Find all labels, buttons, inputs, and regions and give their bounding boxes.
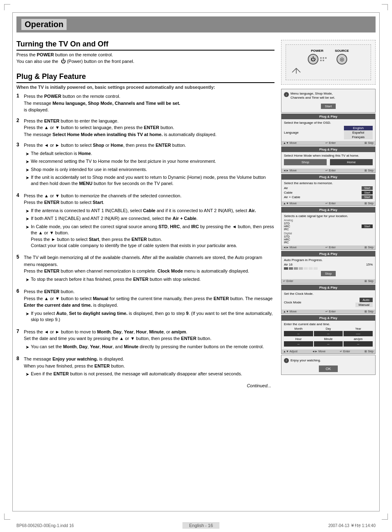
border-left — [12, 12, 13, 511]
plug-play-header-2: Plug & Play — [281, 147, 375, 152]
sub-step-6-1: ➤ If you select Auto, Set to daylight sa… — [24, 310, 274, 323]
shop-btn[interactable]: Shop — [284, 159, 327, 165]
cable-start-btn-2[interactable]: Start — [362, 224, 373, 228]
minute-value[interactable]: -- — [314, 341, 343, 347]
plug-play-title: Plug & Play Feature — [16, 72, 274, 83]
border-bottom — [12, 511, 380, 511]
cable-start-btn[interactable]: Start — [362, 191, 373, 194]
turning-on-section: Turning the TV On and Off Press the POWE… — [16, 40, 274, 64]
screen-nav-2: ◄► Move ↵ Enter ⊠ Skip — [281, 169, 375, 173]
stop-btn[interactable]: Stop — [321, 271, 336, 276]
step-4: 4 Press the ▲ or ▼ button to memorize th… — [16, 192, 274, 250]
screen-info1: i Menu language, Shop Mode,Channels and … — [281, 89, 376, 113]
minute-label: Minute — [314, 338, 343, 340]
info-text-1: Menu language, Shop Mode,Channels and Ti… — [291, 92, 335, 100]
language-prompt: Select the language of the OSD. — [284, 121, 373, 125]
left-column: Turning the TV On and Off Press the POWE… — [16, 40, 274, 391]
month-label: Month — [284, 327, 313, 330]
sub-step-4-3: ➤ In Cable mode, you can select the corr… — [24, 224, 274, 249]
ok-btn[interactable]: OK — [319, 365, 337, 372]
arrow-indicator — [290, 66, 302, 74]
plug-play-header-3: Plug & Play — [281, 174, 375, 180]
screen-clock-mode: Plug & Play Set the Clock Mode. Clock Mo… — [281, 285, 376, 314]
plug-play-subtitle: When the TV is initially powered on, bas… — [16, 85, 274, 90]
plug-play-header-5: Plug & Play — [281, 251, 375, 257]
progress-dots-container — [284, 267, 373, 270]
source-label: SOURCE — [335, 49, 349, 53]
footer-left: BP68-00626D-00Eng-1.indd 16 — [16, 523, 74, 528]
shop-home-prompt: Select Home Mode when installing this TV… — [284, 154, 373, 157]
corner-mark-bl — [4, 513, 10, 520]
sub-step-7-1: ➤ You can set the Month, Day, Year, Hour… — [24, 344, 264, 351]
home-btn[interactable]: Home — [330, 159, 373, 165]
start-btn-1: Start — [321, 104, 336, 109]
plug-play-header-6: Plug & Play — [281, 285, 375, 290]
datetime-grid-bottom: Hour Minute am/pm -- -- -- — [284, 338, 373, 347]
lang-option-espanol[interactable]: Español — [344, 130, 373, 135]
lang-option-english[interactable]: English — [344, 126, 373, 130]
step-5: 5 The TV will begin memorizing all of th… — [16, 254, 274, 284]
screen-nav-4: ◄► Move ↵ Enter ⊠ Skip — [281, 245, 375, 250]
source-button-icon: ◎ — [337, 54, 347, 65]
datetime-grid-top: Month Day Year -- -- ---- — [284, 327, 373, 336]
sub-step-4-2: ➤ If both ANT 1 IN(CABLE) and ANT 2 IN(A… — [24, 215, 274, 222]
plug-play-header-7: Plug & Play — [281, 315, 375, 321]
language-options: English Español Français — [344, 126, 373, 139]
power-label: POWER — [308, 49, 327, 53]
antenna-prompt: Select the antennas to memorize. — [284, 181, 373, 185]
shop-home-buttons: Shop Home — [284, 159, 373, 165]
sub-step-3-2: ➤ We recommend setting the TV to Home mo… — [24, 158, 274, 165]
analog-label: Analog — [284, 219, 373, 222]
step-1: 1 Press the POWER button on the remote c… — [16, 93, 274, 113]
year-value[interactable]: ---- — [344, 331, 373, 336]
steps-list: 1 Press the POWER button on the remote c… — [16, 93, 274, 379]
step-3: 3 Press the ◄ or ► button to select Shop… — [16, 142, 274, 188]
sub-step-3-3: ➤ Shop mode is only intended for use in … — [24, 167, 274, 173]
step-8: 8 The message Enjoy your watching. is di… — [16, 356, 274, 379]
clock-mode-label: Clock Mode — [284, 301, 301, 304]
cable-prompt: Selects a cable signal type for your loc… — [284, 214, 373, 218]
screen-nav-7: ▲▼ Adjust ◄► Move ↵ Enter ⊠ Skip — [281, 349, 375, 354]
screen-datetime: Plug & Play Enter the current date and t… — [281, 315, 376, 354]
sub-step-8-1: ➤ Even if the ENTER button is not presse… — [24, 371, 242, 378]
enjoy-icon: i — [284, 358, 289, 363]
month-value[interactable]: -- — [284, 331, 313, 336]
corner-mark-tr — [382, 4, 388, 10]
corner-mark-br — [382, 513, 388, 520]
plug-play-header-1: Plug & Play — [281, 114, 375, 119]
border-top — [12, 12, 380, 13]
antenna-options: Air Start Cable Start Air + Cable Start — [284, 186, 373, 199]
clock-manual-option[interactable]: Manual — [355, 303, 373, 307]
clock-options: Auto Manual — [355, 298, 373, 307]
screen-nav-6: ▲▼ Move ↵ Enter ⊠ Skip — [281, 310, 375, 314]
screen-nav-5: ↵ Enter ⊠ Skip — [281, 279, 375, 283]
ampm-value[interactable]: -- — [344, 341, 373, 347]
day-label: Day — [314, 327, 343, 330]
right-column: POWER ⏻ — [281, 40, 376, 391]
analog-options: STDHRCIRC — [284, 222, 290, 231]
turning-on-title: Turning the TV On and Off — [16, 40, 274, 51]
sub-step-3-4: ➤ If the unit is accidentally set to Sho… — [24, 174, 274, 187]
air-label: Air — [284, 186, 288, 190]
hour-value[interactable]: -- — [284, 341, 313, 347]
power-button-icon: ⏻ — [308, 54, 318, 65]
screen-cable-signal: Plug & Play Selects a cable signal type … — [281, 207, 376, 250]
day-value[interactable]: -- — [314, 331, 343, 336]
enjoy-text: Enjoy your watching. — [291, 359, 321, 362]
footer-center: English - 16 — [182, 522, 219, 529]
hour-label: Hour — [284, 338, 313, 340]
sub-step-5-1: ➤ To stop the search before it has finis… — [24, 276, 274, 283]
clock-row: Clock Mode Auto Manual — [284, 297, 373, 308]
clock-auto-option[interactable]: Auto — [360, 298, 373, 302]
sub-step-3-1: ➤ The default selection is Home. — [24, 150, 274, 157]
operation-header-bar: Operation — [16, 16, 376, 32]
info-icon-1: i — [284, 92, 289, 97]
air-cable-start-btn[interactable]: Start — [362, 195, 373, 199]
lang-option-francais[interactable]: Français — [344, 135, 373, 139]
air-start-btn[interactable]: Start — [362, 186, 373, 190]
power-diagram: POWER ⏻ — [281, 40, 376, 85]
ampm-label: am/pm — [344, 338, 373, 340]
screen-progress: Plug & Play Auto Program in Progress. Ai… — [281, 251, 376, 284]
step-7: 7 Press the ◄ or ► button to move to Mon… — [16, 328, 274, 352]
screen-nav-3: ▲▼ Move ↵ Enter ⊠ Skip — [281, 201, 375, 206]
